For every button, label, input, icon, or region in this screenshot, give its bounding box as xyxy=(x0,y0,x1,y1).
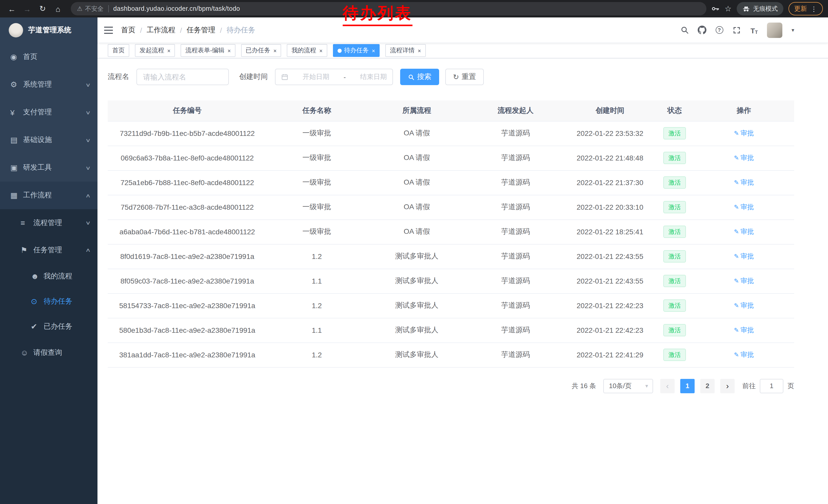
date-range-picker[interactable]: 开始日期 - 结束日期 xyxy=(275,69,393,85)
approve-link[interactable]: ✎审批 xyxy=(734,252,754,260)
status-badge: 激活 xyxy=(663,250,686,263)
sidebar-item-todo-task[interactable]: ⊙待办任务 xyxy=(0,289,97,314)
chevron-down-icon: ∨ xyxy=(85,220,91,226)
sidebar-item-label: 流程管理 xyxy=(33,218,62,227)
reload-icon[interactable]: ↻ xyxy=(36,2,49,15)
task-table: 任务编号任务名称所属流程流程发起人创建时间状态操作 73211d9d-7b9b-… xyxy=(108,100,794,367)
cell-status: 激活 xyxy=(656,220,694,244)
update-button[interactable]: 更新 ⋮ xyxy=(788,2,823,15)
eye-icon: ⊙ xyxy=(31,296,44,306)
sidebar-item-workflow[interactable]: ▦工作流程∧ xyxy=(0,182,97,209)
page-button-2[interactable]: 2 xyxy=(700,379,715,393)
chevron-down-icon: ∨ xyxy=(85,165,91,171)
incognito-icon xyxy=(742,5,750,12)
edit-icon: ✎ xyxy=(734,179,739,186)
approve-link[interactable]: ✎审批 xyxy=(734,277,754,284)
help-icon[interactable]: ? xyxy=(715,26,724,35)
approve-link[interactable]: ✎审批 xyxy=(734,129,754,137)
app-logo[interactable]: 芋道管理系统 xyxy=(0,17,97,43)
breadcrumb-item[interactable]: 首页 xyxy=(121,26,135,35)
prev-page-button[interactable]: ‹ xyxy=(660,379,675,393)
cell-status: 激活 xyxy=(656,121,694,146)
cell-initiator: 芋道源码 xyxy=(467,342,564,367)
close-icon[interactable]: × xyxy=(372,47,375,54)
cell-time: 2022-01-22 18:25:41 xyxy=(564,220,656,244)
approve-link[interactable]: ✎审批 xyxy=(734,326,754,334)
tab-todo-task[interactable]: 待办任务× xyxy=(333,44,380,57)
approve-link[interactable]: ✎审批 xyxy=(734,228,754,235)
forward-icon[interactable]: → xyxy=(20,2,34,15)
breadcrumb-item[interactable]: 任务管理 xyxy=(187,26,215,35)
sidebar-item-payment[interactable]: ¥支付管理∨ xyxy=(0,98,97,126)
cell-time: 2022-01-21 22:42:23 xyxy=(564,293,656,318)
approve-link[interactable]: ✎审批 xyxy=(734,178,754,186)
next-page-button[interactable]: › xyxy=(720,379,735,393)
sidebar-item-devtools[interactable]: ▣研发工具∨ xyxy=(0,154,97,182)
close-icon[interactable]: × xyxy=(274,47,277,54)
sidebar-item-task-mgmt[interactable]: ⚑任务管理∧ xyxy=(0,236,97,264)
menu-kebab-icon[interactable]: ⋮ xyxy=(811,5,817,12)
chevron-down-icon[interactable]: ▼ xyxy=(791,28,795,33)
search-button[interactable]: 搜索 xyxy=(400,69,439,85)
sidebar-item-process-mgmt[interactable]: ≡流程管理∨ xyxy=(0,209,97,236)
approve-link[interactable]: ✎审批 xyxy=(734,203,754,211)
sidebar-item-system[interactable]: ⚙系统管理∨ xyxy=(0,71,97,98)
breadcrumb-separator: / xyxy=(140,26,142,34)
tab-my-process[interactable]: 我的流程× xyxy=(287,44,327,57)
close-icon[interactable]: × xyxy=(167,47,171,54)
page-size-value: 10条/页 xyxy=(609,381,631,391)
sidebar-item-my-process[interactable]: ☻我的流程 xyxy=(0,264,97,289)
fullscreen-icon[interactable] xyxy=(732,26,741,35)
sidebar-item-label: 已办任务 xyxy=(44,322,72,331)
cell-name: 1.1 xyxy=(267,318,367,342)
edit-icon: ✎ xyxy=(734,154,739,162)
screen: ← → ↻ ⌂ ⚠ 不安全 dashboard.yudao.iocoder.cn… xyxy=(0,0,828,504)
home-icon[interactable]: ⌂ xyxy=(51,2,65,15)
github-icon[interactable] xyxy=(697,26,706,35)
font-size-icon[interactable]: TT xyxy=(749,26,759,35)
sidebar-item-done-task[interactable]: ✔已办任务 xyxy=(0,314,97,339)
column-header: 所属流程 xyxy=(367,100,467,121)
tab-start-process[interactable]: 发起流程× xyxy=(135,44,175,57)
reset-button[interactable]: ↻ 重置 xyxy=(445,69,484,85)
sidebar-item-leave-query[interactable]: ☺请假查询 xyxy=(0,339,97,366)
sidebar-item-home[interactable]: ◉首页 xyxy=(0,43,97,71)
avatar[interactable] xyxy=(767,22,782,38)
approve-link[interactable]: ✎审批 xyxy=(734,154,754,162)
tab-form-editor[interactable]: 流程表单-编辑× xyxy=(181,44,236,57)
sidebar-collapse-icon[interactable] xyxy=(104,26,113,34)
process-name-input[interactable] xyxy=(136,69,229,85)
approve-label: 审批 xyxy=(741,252,754,260)
back-icon[interactable]: ← xyxy=(5,2,18,15)
approve-link[interactable]: ✎审批 xyxy=(734,351,754,358)
table-row: 8f0d1619-7ac8-11ec-a9e2-a2380e71991a1.2测… xyxy=(108,244,794,269)
goto-page-input[interactable] xyxy=(760,379,783,393)
select-caret-icon: ▼ xyxy=(644,383,649,388)
bookmark-star-icon[interactable]: ☆ xyxy=(724,4,732,13)
cell-initiator: 芋道源码 xyxy=(467,269,564,293)
page-size-select[interactable]: 10条/页 ▼ xyxy=(603,379,653,393)
cell-action: ✎审批 xyxy=(694,269,794,293)
search-icon[interactable] xyxy=(680,26,689,35)
edit-icon: ✎ xyxy=(734,277,739,284)
breadcrumb-item[interactable]: 工作流程 xyxy=(147,26,175,35)
page-button-1[interactable]: 1 xyxy=(680,379,695,393)
table-row: 73211d9d-7b9b-11ec-b5b7-acde48001122一级审批… xyxy=(108,121,794,146)
close-icon[interactable]: × xyxy=(319,47,323,54)
page-content: 流程名 创建时间 开始日期 - 结束日期 xyxy=(97,58,828,504)
edit-icon: ✎ xyxy=(734,253,739,260)
sidebar-item-infrastructure[interactable]: ▤基础设施∨ xyxy=(0,126,97,154)
close-icon[interactable]: × xyxy=(418,47,421,54)
close-icon[interactable]: × xyxy=(227,47,231,54)
tab-done-task[interactable]: 已办任务× xyxy=(241,44,281,57)
cell-initiator: 芋道源码 xyxy=(467,146,564,170)
cell-status: 激活 xyxy=(656,170,694,195)
sidebar-item-label: 系统管理 xyxy=(23,80,52,89)
edit-icon: ✎ xyxy=(734,228,739,235)
approve-link[interactable]: ✎审批 xyxy=(734,302,754,309)
tab-home[interactable]: 首页 xyxy=(108,44,129,57)
key-icon[interactable] xyxy=(710,4,719,13)
cell-action: ✎审批 xyxy=(694,342,794,367)
table-row: a6aba0a4-7b6d-11ec-b781-acde48001122一级审批… xyxy=(108,220,794,244)
tab-process-detail[interactable]: 流程详情× xyxy=(385,44,425,57)
